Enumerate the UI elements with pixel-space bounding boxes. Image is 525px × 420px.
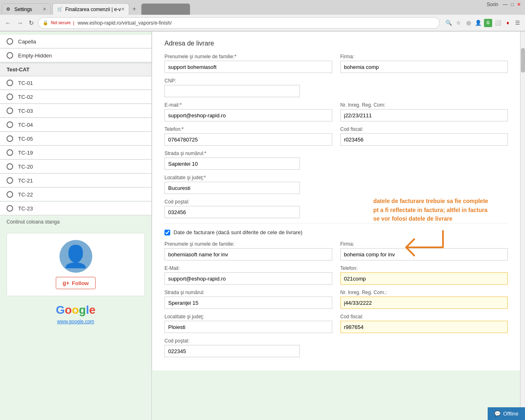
search-icon[interactable]: 🔍 bbox=[445, 19, 453, 27]
sidebar-label-capella: Capella bbox=[18, 39, 36, 45]
sidebar-label-tc19: TC-19 bbox=[18, 150, 33, 156]
prenume-input[interactable] bbox=[164, 61, 332, 73]
sidebar-item-tc20[interactable]: TC-20 bbox=[0, 160, 151, 173]
browser-ext3[interactable]: ♦ bbox=[504, 19, 512, 27]
billing-group-firma: Firma: bbox=[340, 241, 508, 260]
radio-tc01[interactable] bbox=[7, 80, 13, 86]
sidebar-item-tc19[interactable]: TC-19 bbox=[0, 146, 151, 160]
follow-label: Follow bbox=[72, 280, 89, 286]
tab-settings[interactable]: ⚙ Settings ✕ bbox=[2, 3, 51, 15]
user-label: Sorin — □ ✕ bbox=[483, 0, 525, 9]
sidebar-item-tc05[interactable]: TC-05 bbox=[0, 132, 151, 146]
billing-cod-postal-label: Cod poştal: bbox=[164, 338, 300, 344]
gplus-icon: g+ bbox=[63, 280, 70, 286]
radio-tc05[interactable] bbox=[7, 135, 13, 142]
main-layout: Capella Empty-Hidden Test-CAT TC-01 TC-0… bbox=[0, 32, 525, 420]
form-row-prenume: Prenumele şi numele de familie:* Firma: bbox=[164, 54, 508, 73]
tab-finalizare-close[interactable]: ✕ bbox=[121, 7, 125, 12]
strada-label: Strada şi numărul:* bbox=[164, 151, 300, 156]
sidebar-label-tc22: TC-22 bbox=[18, 192, 33, 198]
tab-finalizare[interactable]: 🛒 Finalizarea comenzii | e-v ✕ bbox=[52, 3, 129, 15]
new-tab-button[interactable]: + bbox=[129, 3, 139, 15]
address-bar[interactable]: 🔒 Not secure | www.eshop-rapid.ro/virtua… bbox=[38, 17, 440, 29]
billing-email-input[interactable] bbox=[164, 272, 332, 285]
sidebar-item-empty-hidden[interactable]: Empty-Hidden bbox=[0, 49, 151, 62]
star-icon[interactable]: ☆ bbox=[454, 19, 463, 27]
sidebar-label-tc21: TC-21 bbox=[18, 178, 33, 184]
radio-capella[interactable] bbox=[7, 38, 13, 45]
browser-ext4[interactable]: ☰ bbox=[514, 19, 522, 27]
form-group-prenume: Prenumele şi numele de familie:* bbox=[164, 54, 332, 73]
browser-ext1[interactable]: G bbox=[484, 19, 492, 27]
extra-tab[interactable] bbox=[141, 3, 190, 15]
forward-button[interactable]: → bbox=[15, 18, 25, 27]
sidebar-item-tc01[interactable]: TC-01 bbox=[0, 76, 151, 90]
form-row-cnp: CNP: bbox=[164, 78, 508, 97]
sidebar-item-tc23[interactable]: TC-23 bbox=[0, 202, 151, 215]
form-group-cnp: CNP: bbox=[164, 78, 300, 97]
prenume-label: Prenumele şi numele de familie:* bbox=[164, 54, 332, 59]
browser-icon2[interactable]: 👤 bbox=[474, 19, 482, 27]
minimize-btn[interactable]: — bbox=[503, 2, 508, 7]
sidebar-item-tc22[interactable]: TC-22 bbox=[0, 188, 151, 201]
radio-tc02[interactable] bbox=[7, 94, 13, 100]
billing-prenume-input[interactable] bbox=[164, 248, 332, 260]
cod-postal-input[interactable] bbox=[164, 206, 300, 218]
billing-group-nr-inreg: Nr. Inreg. Reg. Com.: bbox=[340, 290, 508, 309]
close-btn[interactable]: ✕ bbox=[517, 2, 521, 7]
browser-icon1[interactable]: ◎ bbox=[464, 19, 472, 27]
sidebar-item-tc04[interactable]: TC-04 bbox=[0, 118, 151, 132]
radio-tc03[interactable] bbox=[7, 107, 13, 114]
section-header-test-cat: Test-CAT bbox=[0, 63, 151, 76]
sidebar-label-tc02: TC-02 bbox=[18, 94, 33, 100]
billing-telefon-input[interactable] bbox=[340, 272, 508, 285]
billing-firma-input[interactable] bbox=[340, 248, 508, 260]
billing-cod-fiscal-input[interactable] bbox=[340, 321, 508, 333]
firma-input[interactable] bbox=[340, 61, 508, 73]
nr-inreg-input[interactable] bbox=[340, 109, 508, 121]
cod-fiscal-input[interactable] bbox=[340, 133, 508, 146]
scrollbar[interactable] bbox=[520, 32, 525, 420]
sidebar: Capella Empty-Hidden Test-CAT TC-01 TC-0… bbox=[0, 32, 152, 420]
radio-tc22[interactable] bbox=[7, 191, 13, 198]
radio-tc20[interactable] bbox=[7, 163, 13, 170]
reload-button[interactable]: ↻ bbox=[27, 18, 36, 27]
follow-button[interactable]: g+ Follow bbox=[56, 277, 96, 289]
radio-tc21[interactable] bbox=[7, 177, 13, 184]
localitate-input[interactable] bbox=[164, 182, 300, 194]
not-secure-text: | bbox=[73, 21, 74, 25]
sidebar-item-tc02[interactable]: TC-02 bbox=[0, 90, 151, 104]
browser-chrome: ⚙ Settings ✕ 🛒 Finalizarea comenzii | e-… bbox=[0, 0, 525, 32]
scrollbar-thumb[interactable] bbox=[521, 48, 525, 73]
telefon-input[interactable] bbox=[164, 133, 332, 146]
billing-localitate-label: Localitate şi judeţ: bbox=[164, 314, 332, 320]
radio-tc23[interactable] bbox=[7, 205, 13, 212]
back-button[interactable]: ← bbox=[3, 18, 13, 27]
email-input[interactable] bbox=[164, 109, 332, 121]
sidebar-item-tc21[interactable]: TC-21 bbox=[0, 174, 151, 187]
billing-cod-postal-input[interactable] bbox=[164, 345, 300, 357]
browser-ext2[interactable]: ⬜ bbox=[494, 19, 502, 27]
form-row-cod-postal: Cod poştal: bbox=[164, 199, 508, 218]
form-group-strada: Strada şi numărul:* bbox=[164, 151, 300, 170]
google-o1: o bbox=[65, 304, 72, 317]
radio-empty-hidden[interactable] bbox=[7, 52, 13, 59]
strada-input[interactable] bbox=[164, 158, 300, 170]
billing-localitate-input[interactable] bbox=[164, 321, 332, 333]
offline-button[interactable]: 💬 Offline bbox=[488, 407, 525, 420]
billing-strada-input[interactable] bbox=[164, 297, 332, 309]
billing-group-localitate: Localitate şi judeţ: bbox=[164, 314, 332, 333]
sidebar-item-capella[interactable]: Capella bbox=[0, 35, 151, 48]
radio-tc19[interactable] bbox=[7, 149, 13, 156]
radio-tc04[interactable] bbox=[7, 121, 13, 128]
lock-icon: 🔒 bbox=[43, 20, 48, 25]
billing-row-prenume: Prenumele şi numele de familie: Firma: d… bbox=[164, 241, 508, 260]
maximize-btn[interactable]: □ bbox=[511, 2, 514, 7]
google-link[interactable]: www.google.com bbox=[57, 319, 94, 324]
billing-checkbox[interactable] bbox=[164, 230, 170, 235]
cnp-input[interactable] bbox=[164, 85, 300, 97]
sidebar-item-tc03[interactable]: TC-03 bbox=[0, 104, 151, 118]
tab-settings-close[interactable]: ✕ bbox=[43, 7, 46, 12]
billing-nr-inreg-input[interactable] bbox=[340, 297, 508, 309]
form-group-nr-inreg: Nr. Inreg. Reg. Com: bbox=[340, 102, 508, 121]
